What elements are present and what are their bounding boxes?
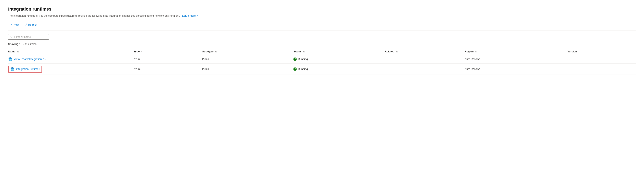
col-header-version: Version ↑↓ (567, 48, 636, 55)
external-link-icon: ↗ (196, 14, 198, 18)
runtime-link[interactable]: integrationRuntime1 (16, 67, 40, 70)
toolbar: + New ↺ Refresh (8, 22, 636, 30)
filter-input[interactable] (14, 35, 46, 38)
runtime-icon (8, 57, 12, 61)
runtime-related: 0 (385, 63, 465, 75)
runtime-type: Azure (134, 55, 202, 63)
runtime-version: --- (567, 55, 636, 63)
svg-point-9 (12, 68, 13, 70)
runtime-name-cell: integrationRuntime1 (8, 66, 42, 73)
filter-input-wrapper: ▽ (8, 34, 49, 40)
plus-icon: + (10, 23, 12, 26)
runtime-subtype: Public (202, 63, 294, 75)
col-header-subtype: Sub-type ↑↓ (202, 48, 294, 55)
filter-container: ▽ (8, 34, 636, 40)
runtime-version: --- (567, 63, 636, 75)
runtime-region: Auto Resolve (465, 55, 568, 63)
refresh-button[interactable]: ↺ Refresh (22, 22, 40, 27)
table-row[interactable]: AutoResolveIntegrationR... AzurePublic R… (8, 55, 636, 63)
status-running-icon (294, 67, 297, 71)
col-header-region: Region ↑↓ (465, 48, 568, 55)
runtime-type: Azure (134, 63, 202, 75)
runtime-link[interactable]: AutoResolveIntegrationR... (8, 57, 131, 61)
runtime-status: Running (294, 55, 385, 63)
sort-icon-region[interactable]: ↑↓ (475, 51, 477, 53)
sort-icon-subtype[interactable]: ↑↓ (215, 51, 217, 53)
refresh-icon: ↺ (24, 23, 27, 26)
col-header-type: Type ↑↓ (134, 48, 202, 55)
sort-icon-version[interactable]: ↑↓ (578, 51, 580, 53)
table-header-row: Name ↑↓ Type ↑↓ Sub-type ↑↓ Status ↑↓ Re… (8, 48, 636, 55)
table-row[interactable]: integrationRuntime1 AzurePublic Running … (8, 63, 636, 75)
col-header-name: Name ↑↓ (8, 48, 134, 55)
sort-icon-related[interactable]: ↑↓ (396, 51, 398, 53)
sort-icon-status[interactable]: ↑↓ (303, 51, 305, 53)
page-title: Integration runtimes (8, 6, 636, 12)
page-description: The integration runtime (IR) is the comp… (8, 14, 636, 18)
filter-icon: ▽ (10, 35, 12, 38)
new-button[interactable]: + New (8, 22, 21, 27)
status-running-icon (294, 57, 297, 61)
status-text: Running (298, 57, 308, 60)
runtime-status: Running (294, 63, 385, 75)
showing-count: Showing 1 - 2 of 2 items (8, 42, 636, 45)
runtime-subtype: Public (202, 55, 294, 63)
col-header-related: Related ↑↓ (385, 48, 465, 55)
sort-icon-type[interactable]: ↑↓ (141, 51, 143, 53)
runtime-related: 0 (385, 55, 465, 63)
runtime-region: Auto Resolve (465, 63, 568, 75)
sort-icon-name[interactable]: ↑↓ (17, 51, 19, 53)
svg-point-4 (10, 58, 11, 60)
runtime-icon (10, 67, 15, 71)
runtimes-table: Name ↑↓ Type ↑↓ Sub-type ↑↓ Status ↑↓ Re… (8, 48, 636, 75)
learn-more-link[interactable]: Learn more↗ (182, 14, 198, 17)
col-header-status: Status ↑↓ (294, 48, 385, 55)
status-text: Running (298, 67, 308, 70)
